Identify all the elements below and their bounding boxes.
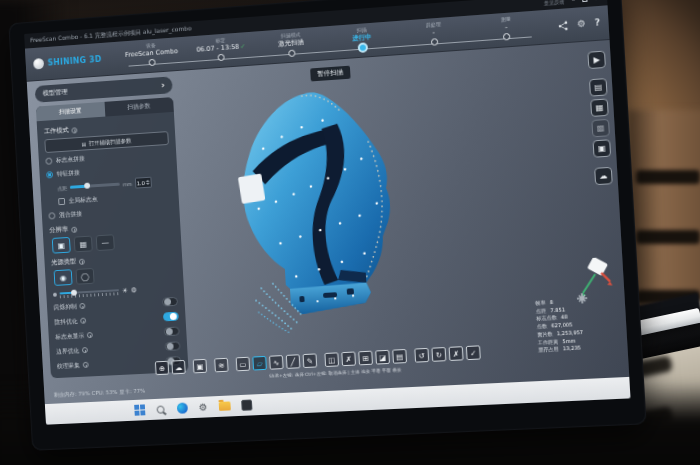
- search-icon: [156, 405, 164, 413]
- package-button[interactable]: ▣: [593, 139, 612, 157]
- close-button[interactable]: ×: [595, 0, 601, 2]
- resolution-options: ▣ ▦ —: [50, 231, 175, 254]
- point-spacing-value[interactable]: 1.0: [135, 177, 152, 189]
- toggle-switch[interactable]: [165, 341, 181, 351]
- edge-icon: [176, 402, 187, 413]
- delete-selected-button[interactable]: ✗: [341, 351, 356, 366]
- edge-browser-button[interactable]: [176, 402, 188, 414]
- step-dot: [288, 50, 295, 57]
- radio-icon: [45, 158, 52, 165]
- dim-icon: [53, 293, 57, 297]
- help-icon[interactable]: ?: [595, 18, 601, 28]
- step-postprocess[interactable]: 后处理 -: [401, 16, 467, 54]
- windows-start-button[interactable]: [133, 404, 145, 416]
- settings-sidebar: 模型管理 › 扫描设置 扫描参数 工作模式: [35, 76, 189, 378]
- info-icon: [79, 303, 85, 309]
- info-icon: [79, 258, 85, 264]
- info-icon: [87, 332, 93, 338]
- info-icon: [82, 347, 88, 353]
- toggle-switch[interactable]: [162, 296, 178, 306]
- toggle-switch-on[interactable]: [163, 311, 179, 321]
- point-cloud-button[interactable]: ☁: [594, 167, 613, 185]
- settings-gear-icon[interactable]: ⚙: [577, 19, 586, 29]
- step-device[interactable]: 设备 FreeScan Combo: [120, 37, 184, 74]
- info-icon: [71, 226, 77, 232]
- brand-logo: SHINING 3D: [33, 54, 102, 70]
- step-dot: [218, 54, 225, 61]
- sun-icon: ☀: [122, 287, 128, 294]
- pause-scan-button[interactable]: 暂停扫描: [310, 66, 350, 82]
- windows-logo-icon: [134, 404, 145, 415]
- stepper-down-icon[interactable]: [146, 183, 150, 185]
- viewport[interactable]: 暂停扫描: [27, 40, 629, 404]
- taskbar-settings-button[interactable]: ⚙: [197, 401, 209, 413]
- toolbar-hint: Shift+左键: 选择 Ctrl+左键: 取消选择 | 主体 连接 平滑 平面…: [269, 367, 402, 378]
- point-spacing-slider[interactable]: [70, 183, 120, 189]
- polygon-select-button[interactable]: ▱: [252, 356, 267, 371]
- light-type-options: ◉ ◯: [52, 263, 177, 286]
- brand-name: SHINING 3D: [47, 55, 101, 68]
- mesh-button[interactable]: ≋: [214, 358, 228, 373]
- stepper-up-icon[interactable]: [146, 180, 150, 182]
- settings-card: 扫描设置 扫描参数 工作模式 ⊞ 打开辅助扫描参数: [36, 97, 189, 378]
- screen: FreeScan Combo - 6.1 完整流程示例项目 alu_laser_…: [24, 0, 630, 425]
- maximize-button[interactable]: [582, 0, 587, 2]
- redo-button[interactable]: ↻: [431, 347, 446, 362]
- laptop-bezel: FreeScan Combo - 6.1 完整流程示例项目 alu_laser_…: [8, 0, 646, 451]
- expand-selection-button[interactable]: ⊞: [358, 351, 373, 366]
- step-measure[interactable]: 测量 -: [473, 11, 540, 49]
- plane-cut-button[interactable]: ◫: [324, 352, 339, 367]
- cloud-button[interactable]: ☁: [171, 360, 185, 374]
- gear-icon: ⚙: [199, 402, 208, 412]
- pinned-app-button[interactable]: [240, 399, 252, 411]
- taskbar-search-button[interactable]: [154, 403, 166, 415]
- step-scan-mode[interactable]: 扫描模式 激光扫描: [259, 27, 324, 64]
- brush-select-button[interactable]: ✎: [303, 353, 318, 368]
- chevron-right-icon: ›: [161, 81, 165, 90]
- resolution-medium-button[interactable]: ▦: [74, 236, 93, 253]
- rect-select-button[interactable]: ▭: [236, 357, 251, 372]
- frame-button[interactable]: ▣: [193, 359, 207, 374]
- step-calibration[interactable]: 标定 06.07 - 13:58✓: [189, 32, 253, 69]
- invert-selection-button[interactable]: ◪: [375, 350, 390, 365]
- light-type-a-button[interactable]: ◉: [54, 269, 73, 286]
- cancel-button[interactable]: ✗: [449, 346, 464, 361]
- toggle-switch[interactable]: [164, 326, 180, 336]
- pick-tool-button[interactable]: ▶: [587, 51, 606, 70]
- right-toolbar: ▶ ▤ ▦ ▩ ▣ ☁: [587, 51, 612, 186]
- minimize-button[interactable]: –: [571, 0, 575, 4]
- brightness-slider[interactable]: [59, 287, 119, 298]
- resolution-low-button[interactable]: —: [96, 234, 115, 251]
- info-icon: [80, 318, 86, 324]
- resolution-high-button[interactable]: ▣: [52, 237, 71, 254]
- line-select-button[interactable]: ╱: [286, 354, 301, 369]
- share-icon[interactable]: [557, 20, 568, 31]
- step-scan[interactable]: 扫描 进行中: [329, 21, 395, 59]
- lasso-select-button[interactable]: ∿: [269, 355, 284, 370]
- laptop: FreeScan Combo - 6.1 完整流程示例项目 alu_laser_…: [8, 0, 646, 451]
- step-dot: [431, 38, 438, 46]
- folder-icon: [219, 401, 231, 410]
- orientation-gizmo[interactable]: [566, 257, 614, 306]
- gear-icon[interactable]: ⚙: [131, 287, 137, 294]
- view-list-button[interactable]: ▤: [589, 78, 608, 97]
- confirm-button[interactable]: ✓: [466, 345, 481, 360]
- step-dot: [148, 59, 155, 66]
- radio-selected-icon: [46, 171, 53, 178]
- lock-button[interactable]: ▩: [591, 119, 610, 137]
- file-explorer-button[interactable]: [219, 400, 231, 412]
- add-button[interactable]: ⊕: [155, 361, 169, 375]
- desk-photo: FreeScan Combo - 6.1 完整流程示例项目 alu_laser_…: [0, 0, 700, 465]
- radio-icon: [48, 212, 55, 219]
- scanned-model: [217, 76, 466, 346]
- slider-knob[interactable]: [84, 183, 90, 189]
- checkbox-icon: [58, 198, 65, 205]
- brand-logo-icon: [33, 58, 44, 70]
- toolbox-button[interactable]: ▦: [590, 98, 609, 116]
- light-type-b-button[interactable]: ◯: [76, 268, 95, 285]
- value-stepper[interactable]: [146, 180, 150, 185]
- step-dot: [503, 33, 511, 41]
- undo-button[interactable]: ↺: [414, 348, 429, 363]
- copy-selection-button[interactable]: ▤: [392, 349, 407, 364]
- assist-icon: ⊞: [81, 140, 86, 147]
